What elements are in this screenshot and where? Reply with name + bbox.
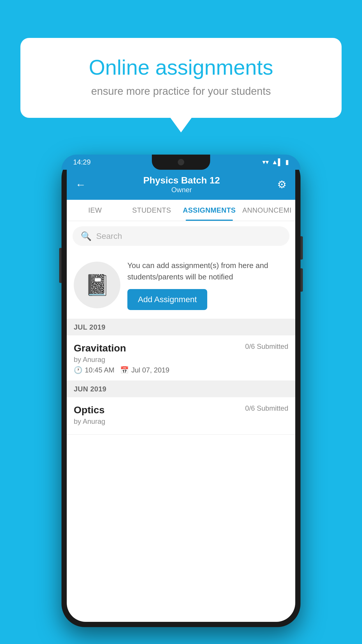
status-icons: ▾▾ ▲▌ ▮ <box>262 158 289 166</box>
search-container: 🔍 Search <box>67 221 295 251</box>
assignment-row1: Gravitation 0/6 Submitted <box>74 342 288 354</box>
assignment-submitted-optics: 0/6 Submitted <box>245 404 288 412</box>
header-center: Physics Batch 12 Owner <box>143 175 220 194</box>
app-header: ← Physics Batch 12 Owner ⚙ <box>67 170 295 200</box>
assignment-name: Gravitation <box>74 342 126 354</box>
power-button[interactable] <box>59 248 61 283</box>
meta-time: 🕐 10:45 AM <box>74 366 114 374</box>
header-title: Physics Batch 12 <box>143 175 220 186</box>
assignment-name-optics: Optics <box>74 404 105 416</box>
empty-description: You can add assignment(s) from here and … <box>127 260 288 283</box>
wifi-icon: ▾▾ <box>262 158 269 166</box>
clock-icon: 🕐 <box>74 366 82 374</box>
section-jun-2019: JUN 2019 <box>67 381 295 397</box>
empty-text-area: You can add assignment(s) from here and … <box>127 260 288 310</box>
notebook-icon: 📓 <box>85 273 110 297</box>
phone-notch <box>152 155 210 170</box>
search-icon: 🔍 <box>81 231 92 241</box>
tab-announcements[interactable]: ANNOUNCEMI <box>239 200 295 221</box>
phone-outer: 14:29 ▾▾ ▲▌ ▮ ← Physics Batch 12 Owner ⚙ <box>61 155 301 627</box>
tab-assignments[interactable]: ASSIGNMENTS <box>180 200 239 221</box>
search-input[interactable]: Search <box>96 232 122 241</box>
assignment-by-optics: by Anurag <box>74 417 288 426</box>
assignment-item-gravitation[interactable]: Gravitation 0/6 Submitted by Anurag 🕐 10… <box>67 335 295 381</box>
phone-device: 14:29 ▾▾ ▲▌ ▮ ← Physics Batch 12 Owner ⚙ <box>61 155 301 627</box>
tabs-bar: IEW STUDENTS ASSIGNMENTS ANNOUNCEMI <box>67 200 295 221</box>
status-time: 14:29 <box>73 158 91 166</box>
meta-date-value: Jul 07, 2019 <box>131 366 169 374</box>
header-subtitle: Owner <box>143 186 220 194</box>
front-camera <box>178 159 184 165</box>
section-jul-2019: JUL 2019 <box>67 319 295 335</box>
assignment-item-optics[interactable]: Optics 0/6 Submitted by Anurag <box>67 397 295 435</box>
vol-down-button[interactable] <box>301 268 303 292</box>
empty-icon-circle: 📓 <box>74 262 120 308</box>
add-assignment-button[interactable]: Add Assignment <box>127 289 207 310</box>
search-box[interactable]: 🔍 Search <box>73 226 289 246</box>
assignment-by: by Anurag <box>74 356 288 364</box>
speech-bubble-container: Online assignments ensure more practice … <box>20 38 342 118</box>
tab-students[interactable]: STUDENTS <box>123 200 180 221</box>
battery-icon: ▮ <box>285 158 289 166</box>
speech-bubble: Online assignments ensure more practice … <box>20 38 342 118</box>
phone-screen: ← Physics Batch 12 Owner ⚙ IEW STUDENTS … <box>67 170 295 622</box>
assignment-row1-optics: Optics 0/6 Submitted <box>74 404 288 416</box>
bubble-subtitle: ensure more practice for your students <box>41 85 321 97</box>
back-button[interactable]: ← <box>75 178 86 191</box>
signal-icon: ▲▌ <box>272 158 282 166</box>
meta-date: 📅 Jul 07, 2019 <box>120 366 169 374</box>
meta-time-value: 10:45 AM <box>85 366 114 374</box>
assignment-meta: 🕐 10:45 AM 📅 Jul 07, 2019 <box>74 366 288 374</box>
tab-iew[interactable]: IEW <box>67 200 123 221</box>
settings-icon[interactable]: ⚙ <box>277 178 287 191</box>
bubble-title: Online assignments <box>41 55 321 79</box>
vol-up-button[interactable] <box>301 236 303 260</box>
calendar-icon: 📅 <box>120 366 129 374</box>
empty-state-card: 📓 You can add assignment(s) from here an… <box>67 251 295 319</box>
assignment-submitted: 0/6 Submitted <box>245 342 288 351</box>
